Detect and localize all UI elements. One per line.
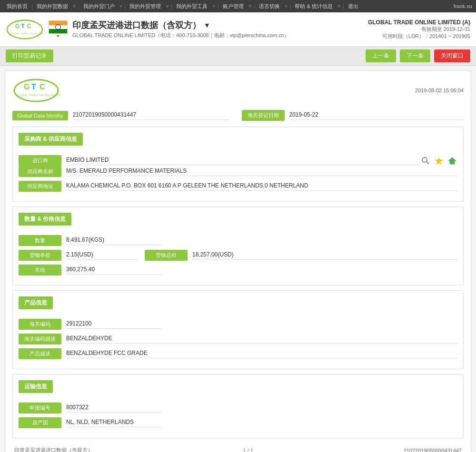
record-card: G T C GLOBAL TRADE ONLINE LIMITED 2019-0…	[5, 70, 471, 452]
declaration-value: 8007322	[66, 404, 161, 413]
tax-row: 关税 360,275.40	[19, 265, 457, 275]
transport-section-title: 运输信息	[19, 380, 53, 393]
quantity-label: 数量	[19, 235, 61, 246]
logo: G T C GLOBAL TRADE ONLINE LIMITED	[6, 19, 44, 40]
total-price-value: 18,257.00(USD)	[192, 251, 457, 260]
supplier-address-row: 供应商地址 KALAMA CHEMICAL P.O. BOX 601 6160 …	[19, 181, 457, 192]
unit-price-label: 货物单价	[19, 250, 61, 261]
product-desc-row: 产品描述 BENZALDEHYDE FCC GRADE	[19, 348, 457, 359]
company-name: GLOBAL TRADE ONLINE LIMITED (A)	[368, 19, 470, 26]
tax-value: 360,275.40	[66, 266, 161, 275]
quantity-section-title: 数量 & 价格信息	[19, 213, 71, 226]
svg-text:GLOBAL TRADE ONLINE LIMITED: GLOBAL TRADE ONLINE LIMITED	[10, 32, 44, 34]
supplier-address-value: KALAMA CHEMICAL P.O. BOX 601 6160 A P GE…	[66, 182, 457, 191]
hs-desc-value: BENZALDEHYDE	[66, 335, 457, 344]
hs-code-value: 29122100	[66, 320, 161, 329]
nav-management[interactable]: 我的外贸管理	[127, 3, 164, 10]
unit-price-value: 2.15(USD)	[66, 251, 138, 260]
record-datetime: 2019-08-02 15:06:04	[415, 88, 464, 93]
svg-point-10	[422, 157, 427, 162]
global-id-label: Global Data Identity	[12, 111, 68, 120]
total-price-label: 货物总价	[145, 250, 188, 261]
main-content: G T C GLOBAL TRADE ONLINE LIMITED 2019-0…	[0, 66, 476, 452]
global-id-value: 21072019050000431447	[73, 111, 230, 120]
print-button[interactable]: 打印贸易记录	[6, 49, 53, 62]
supplier-name-value: M/S. EMERALD PERFORMANCE MATERIALS	[66, 167, 457, 176]
supplier-section: 采购商 & 供应商信息 进口商 EMBIO LIMITED	[12, 127, 464, 202]
quantity-section: 数量 & 价格信息 数量 8,491.67(KGS) 货物单价 2.15(USD…	[12, 206, 464, 285]
pagination-record-id: 21072019050000431447	[404, 448, 462, 452]
next-button[interactable]: 下一条	[400, 49, 430, 62]
svg-text:T: T	[31, 83, 36, 91]
product-desc-value: BENZALDEHYDE FCC GRADE	[66, 350, 457, 358]
product-desc-label: 产品描述	[19, 348, 61, 359]
logo-svg: G T C GLOBAL TRADE ONLINE LIMITED	[6, 19, 44, 40]
svg-text:GLOBAL TRADE ONLINE LIMITED: GLOBAL TRADE ONLINE LIMITED	[17, 94, 60, 97]
record-logo: G T C GLOBAL TRADE ONLINE LIMITED	[12, 78, 60, 103]
hs-code-row: 海关编码 29122100	[19, 319, 457, 330]
svg-point-5	[14, 79, 58, 101]
pagination-record-label: 印度孟买进港进口数据（含双方）	[14, 447, 93, 452]
nav-tools[interactable]: 我的外贸工具	[173, 3, 210, 10]
record-header: G T C GLOBAL TRADE ONLINE LIMITED 2019-0…	[12, 78, 464, 103]
page-subtitle: GLOBAL TRADE ONLINE LIMITED（电话：400-710-3…	[72, 32, 289, 39]
hs-desc-row: 海关编码描述 BENZALDEHYDE	[19, 334, 457, 344]
declaration-label: 申报编号	[19, 403, 61, 413]
prev-button[interactable]: 上一条	[366, 49, 396, 62]
svg-text:C: C	[27, 23, 31, 29]
pagination-page-info: 1 / 1	[243, 448, 253, 452]
supplier-name-row: 供应商名称 M/S. EMERALD PERFORMANCE MATERIALS	[19, 166, 457, 177]
svg-text:T: T	[21, 23, 25, 29]
hs-code-label: 海关编码	[19, 319, 61, 330]
home-icon[interactable]	[447, 156, 457, 166]
star-icon[interactable]	[434, 156, 444, 166]
record-pagination: 印度孟买进港进口数据（含双方） 1 / 1 210720190500004314…	[12, 443, 464, 452]
customs-date-label: 海关登记日期	[242, 110, 285, 121]
page-title-section: 印度孟买进港进口数据（含双方） ▼ GLOBAL TRADE ONLINE LI…	[72, 20, 289, 39]
price-row: 货物单价 2.15(USD) 货物总价 18,257.00(USD)	[19, 250, 457, 261]
supplier-address-label: 供应商地址	[19, 181, 61, 192]
svg-line-11	[426, 162, 429, 164]
origin-country-row: 原产国 NL, NLD, NETHERLANDS	[19, 417, 457, 428]
origin-country-value: NL, NLD, NETHERLANDS	[66, 419, 161, 427]
valid-until: 有效期至 2019-12-31	[368, 26, 470, 33]
declaration-row: 申报编号 8007322	[19, 403, 457, 413]
svg-text:C: C	[40, 83, 45, 91]
country-flag	[49, 20, 68, 34]
nav-portal[interactable]: 我的外贸门户	[80, 3, 118, 10]
supplier-name-label: 供应商名称	[19, 166, 61, 177]
svg-text:G: G	[24, 83, 30, 91]
nav-logout[interactable]: 退出	[345, 3, 361, 10]
importer-row: 进口商 EMBIO LIMITED	[19, 155, 457, 166]
nav-trade-data[interactable]: 我的外贸数据	[34, 3, 71, 10]
svg-marker-13	[448, 157, 456, 164]
top-toolbar: 打印贸易记录 上一条 下一条 关闭窗口	[0, 47, 476, 66]
svg-text:G: G	[15, 23, 20, 29]
importer-label: 进口商	[19, 155, 61, 166]
transport-section: 运输信息 申报编号 8007322 原产国 NL, NLD, NETHERLAN…	[12, 374, 464, 438]
nav-language[interactable]: 语言切换	[256, 3, 283, 10]
global-identity-row: Global Data Identity 2107201905000043144…	[12, 110, 464, 121]
top-navigation: 我的首页 | 我的外贸数据 ▼ | 我的外贸门户 ▼ | 我的外贸管理 ▼ | …	[0, 0, 476, 12]
hs-desc-label: 海关编码描述	[19, 334, 61, 344]
product-section: 产品信息 海关编码 29122100 海关编码描述 BENZALDEHYDE 产…	[12, 290, 464, 369]
quantity-value: 8,491.67(KGS)	[66, 236, 161, 245]
product-section-title: 产品信息	[19, 296, 53, 309]
page-title: 印度孟买进港进口数据（含双方）	[72, 20, 201, 31]
ldr-period: 可用时段（LDR）：201401 ~ 201905	[368, 33, 470, 40]
quantity-row: 数量 8,491.67(KGS)	[19, 235, 457, 246]
close-button[interactable]: 关闭窗口	[434, 49, 470, 62]
nav-help[interactable]: 帮助 & 统计信息	[292, 3, 335, 10]
search-icon[interactable]	[420, 156, 431, 166]
supplier-section-title: 采购商 & 供应商信息	[19, 133, 83, 146]
user-info: frank.xu	[454, 3, 472, 9]
nav-items: 我的首页 | 我的外贸数据 ▼ | 我的外贸门户 ▼ | 我的外贸管理 ▼ | …	[4, 3, 361, 10]
header-right: GLOBAL TRADE ONLINE LIMITED (A) 有效期至 201…	[368, 19, 470, 40]
svg-point-0	[7, 20, 42, 39]
tax-label: 关税	[19, 265, 61, 275]
customs-date-value: 2019-05-22	[289, 111, 464, 120]
svg-marker-12	[435, 157, 443, 165]
origin-country-label: 原产国	[19, 417, 61, 428]
nav-home[interactable]: 我的首页	[4, 3, 30, 10]
nav-account[interactable]: 账户管理	[220, 3, 247, 10]
